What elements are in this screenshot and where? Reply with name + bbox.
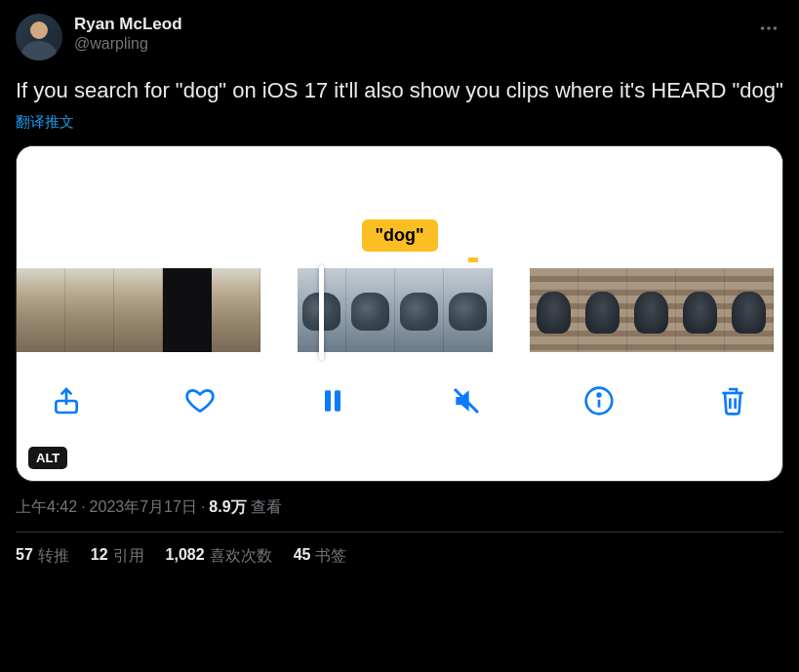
info-icon [583,385,615,416]
retweets-count: 57 [16,546,33,567]
video-thumbnail [579,268,627,352]
video-scrubber[interactable] [17,268,782,361]
pause-icon [317,385,348,416]
media-attachment[interactable]: "dog" [16,145,783,482]
media-toolbar [17,361,782,417]
more-icon [758,18,779,39]
search-term-tooltip: "dog" [361,219,437,252]
video-thumbnail [444,268,493,352]
more-button[interactable] [754,14,783,47]
heart-icon [184,385,216,416]
post-date[interactable]: 2023年7月17日 [90,497,197,518]
bookmarks-stat[interactable]: 45 书签 [294,546,347,567]
bookmarks-label: 书签 [315,546,346,567]
tweet-text: If you search for "dog" on iOS 17 it'll … [16,76,783,105]
quotes-count: 12 [91,546,108,567]
info-button[interactable] [582,384,616,417]
likes-label: 喜欢次数 [210,546,272,567]
video-thumbnail [212,268,260,352]
svg-point-1 [767,26,771,30]
avatar[interactable] [16,14,62,60]
likes-stat[interactable]: 1,082 喜欢次数 [166,546,272,567]
author-handle[interactable]: @warpling [74,34,182,54]
divider [16,532,783,533]
svg-point-9 [598,393,601,396]
post-time[interactable]: 上午4:42 [16,497,77,518]
quotes-stat[interactable]: 12 引用 [91,546,144,567]
svg-point-2 [774,26,778,30]
tweet-header: Ryan McLeod @warpling [16,14,783,60]
author-display-name[interactable]: Ryan McLeod [74,14,182,34]
video-thumbnail [627,268,676,352]
video-thumbnail [530,268,579,352]
video-thumbnail [114,268,163,352]
separator: · [201,498,205,516]
views-label: 查看 [251,497,282,518]
favorite-button[interactable] [183,384,217,417]
tweet-container: Ryan McLeod @warpling If you search for … [16,14,783,567]
media-top-area: "dog" [17,146,782,268]
engagement-stats: 57 转推 12 引用 1,082 喜欢次数 45 书签 [16,546,783,567]
video-thumbnail [676,268,725,352]
timestamp-row: 上午4:42 · 2023年7月17日 · 8.9万 查看 [16,497,783,518]
retweets-label: 转推 [38,546,69,567]
retweets-stat[interactable]: 57 转推 [16,546,69,567]
video-thumbnail [65,268,114,352]
video-thumbnail [395,268,444,352]
svg-rect-5 [335,390,340,411]
tooltip-tick [468,257,478,262]
video-thumbnail [163,268,212,352]
playhead-indicator[interactable] [319,265,324,360]
thumb-group-3 [530,268,774,357]
author-names: Ryan McLeod @warpling [74,14,182,54]
trash-icon [717,385,748,416]
svg-point-0 [761,26,765,30]
likes-count: 1,082 [166,546,205,567]
separator: · [81,498,85,516]
delete-button[interactable] [716,384,749,417]
mute-button[interactable] [450,384,483,417]
pause-button[interactable] [316,384,349,417]
share-icon [51,385,82,416]
thumb-group-2 [298,268,493,357]
speaker-muted-icon [451,385,482,416]
quotes-label: 引用 [113,546,144,567]
video-thumbnail [725,268,774,352]
svg-rect-4 [325,390,331,411]
translate-link[interactable]: 翻译推文 [16,113,74,132]
alt-badge[interactable]: ALT [28,447,67,469]
thumb-group-1 [17,268,260,357]
share-button[interactable] [50,384,83,417]
video-thumbnail [17,268,65,352]
views-count: 8.9万 [209,497,246,518]
bookmarks-count: 45 [294,546,311,567]
video-thumbnail [346,268,395,352]
